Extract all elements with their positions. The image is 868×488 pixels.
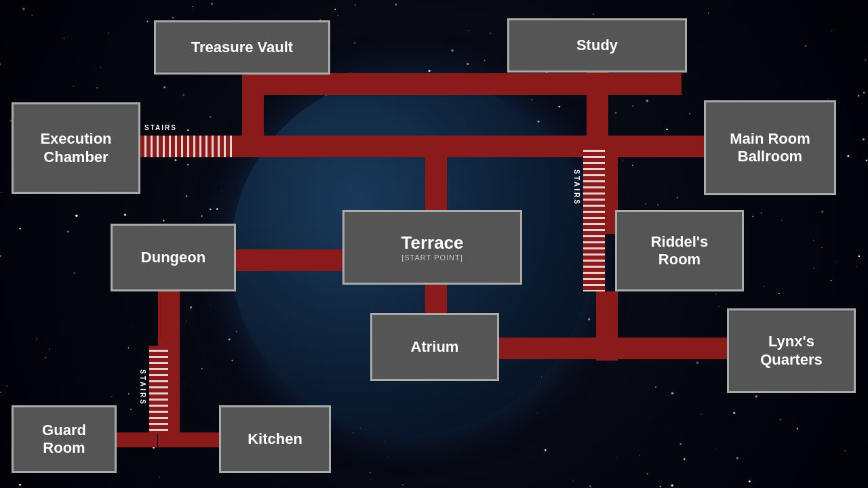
- corridor-kitchen-left: [180, 432, 219, 447]
- stairs-vertical-1: [583, 146, 605, 291]
- room-kitchen[interactable]: Kitchen: [219, 405, 331, 473]
- stairs-label-3: STAIRS: [139, 369, 146, 406]
- room-atrium[interactable]: Atrium: [370, 313, 499, 381]
- room-label-dungeon: Dungeon: [141, 249, 205, 266]
- room-treasure-vault[interactable]: Treasure Vault: [154, 20, 330, 75]
- room-sublabel-terrace: [START POINT]: [401, 253, 463, 262]
- corridor-dungeon-right: [236, 249, 347, 271]
- room-label-riddels-room: Riddel'sRoom: [651, 233, 709, 269]
- room-main-room-ballroom[interactable]: Main RoomBallroom: [704, 100, 836, 195]
- room-label-lynxs-quarters: Lynx'sQuarters: [760, 333, 823, 369]
- room-label-terrace: Terrace: [401, 232, 463, 253]
- stairs-horizontal-1: [140, 136, 232, 157]
- corridor-guardroom-right: [117, 432, 157, 447]
- room-label-guard-room: GuardRoom: [42, 422, 86, 458]
- stairs-label-1: STAIRS: [144, 124, 177, 131]
- corridor-terrace-up: [425, 136, 447, 214]
- room-execution-chamber[interactable]: ExecutionChamber: [12, 102, 140, 194]
- corridor-atrium-right: [498, 338, 749, 359]
- room-lynxs-quarters[interactable]: Lynx'sQuarters: [727, 308, 856, 393]
- corridor-riddel-down: [596, 291, 618, 361]
- room-riddels-room[interactable]: Riddel'sRoom: [615, 210, 744, 291]
- room-label-kitchen: Kitchen: [248, 430, 302, 448]
- room-study[interactable]: Study: [507, 18, 687, 73]
- room-label-execution-chamber: ExecutionChamber: [40, 130, 111, 166]
- room-label-study: Study: [576, 37, 618, 54]
- room-label-atrium: Atrium: [411, 338, 459, 356]
- room-label-main-room-ballroom: Main RoomBallroom: [730, 130, 810, 166]
- room-dungeon[interactable]: Dungeon: [111, 224, 236, 291]
- room-guard-room[interactable]: GuardRoom: [12, 405, 117, 473]
- corridor-top-horizontal: [242, 73, 682, 95]
- stairs-vertical-2: [149, 346, 168, 434]
- room-label-treasure-vault: Treasure Vault: [191, 39, 293, 56]
- stairs-label-2: STAIRS: [573, 169, 580, 206]
- room-terrace[interactable]: Terrace [START POINT]: [342, 210, 522, 285]
